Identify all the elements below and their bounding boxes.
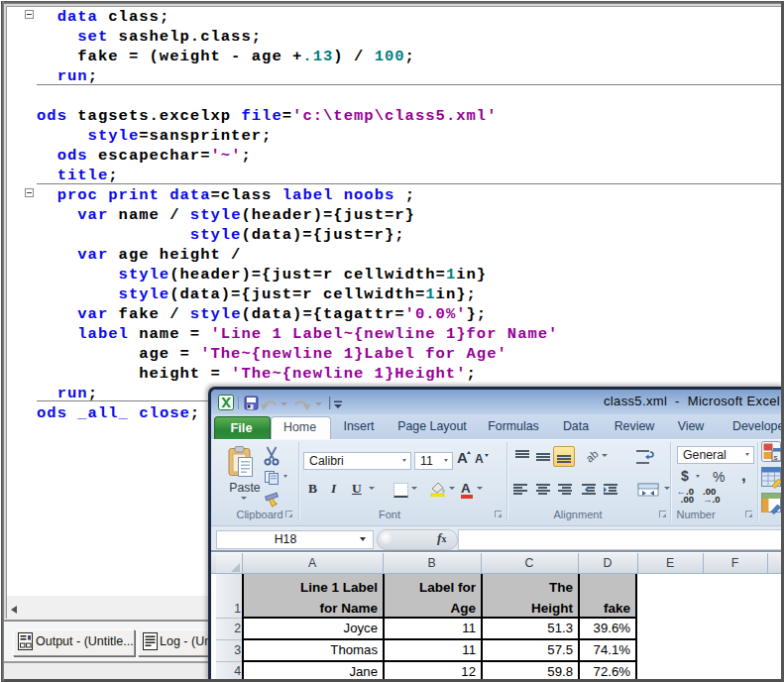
svg-text:s: s bbox=[774, 453, 778, 462]
